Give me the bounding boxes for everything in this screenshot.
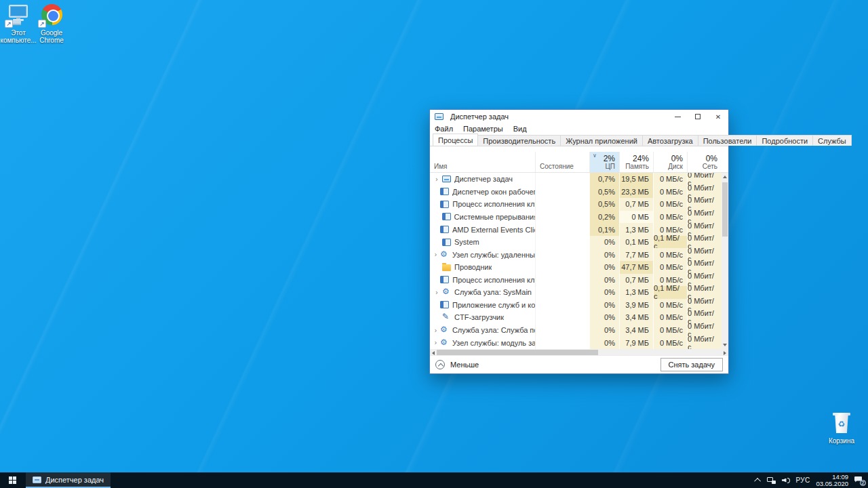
process-disk-cell: 0 МБ/с	[653, 324, 687, 337]
column-header-network[interactable]: 0% Сеть	[687, 152, 722, 172]
process-name-cell: AMD External Events Client Mo...	[430, 223, 535, 236]
process-name: Процесс исполнения клиент-...	[452, 276, 535, 284]
time-text: 14:09	[816, 474, 848, 481]
minimize-button[interactable]	[667, 110, 688, 123]
process-mem-cell: 0,1 МБ	[619, 236, 653, 249]
tab-Службы[interactable]: Службы	[812, 135, 852, 146]
vertical-scrollbar[interactable]	[722, 173, 728, 349]
column-header-memory[interactable]: 24% Память	[619, 152, 653, 172]
process-mem-cell: 3,9 МБ	[619, 299, 653, 312]
scroll-up-icon[interactable]	[723, 176, 727, 178]
network-icon[interactable]	[767, 477, 776, 484]
process-name-cell: Приложение служб и контрол...	[430, 299, 535, 312]
window-icon	[442, 213, 451, 220]
tab-Пользователи[interactable]: Пользователи	[698, 135, 757, 146]
gear-icon	[440, 251, 449, 259]
process-name-cell: Диспетчер окон рабочего стола	[430, 186, 535, 199]
taskbar: Диспетчер задач РУС 14:09 03.05.2020 2	[0, 472, 868, 488]
taskmgr-icon	[442, 176, 451, 182]
process-name-cell: System	[430, 236, 535, 249]
menu-item-Параметры[interactable]: Параметры	[463, 125, 503, 133]
end-task-button[interactable]: Снять задачу	[660, 358, 724, 371]
process-row[interactable]: Системные прерывания0,2%0 МБ0 МБ/с0 Мбит…	[430, 211, 722, 224]
menu-item-Файл[interactable]: Файл	[435, 125, 453, 133]
process-name-cell: ›Узел службы: удаленный вызо...	[430, 248, 535, 261]
date-text: 03.05.2020	[816, 481, 848, 487]
fewer-details-icon[interactable]	[435, 360, 445, 369]
tray-chevron-up-icon[interactable]	[754, 478, 761, 485]
tab-Подробности[interactable]: Подробности	[756, 135, 813, 146]
process-row[interactable]: Диспетчер окон рабочего стола0,5%23,3 МБ…	[430, 186, 722, 199]
process-row[interactable]: ›Диспетчер задач0,7%19,5 МБ0 МБ/с0 Мбит/…	[430, 173, 722, 186]
vertical-scroll-thumb[interactable]	[722, 182, 728, 237]
gear-icon	[440, 326, 449, 334]
process-row[interactable]: Проводник0%47,7 МБ0 МБ/с0 Мбит/с	[430, 261, 722, 274]
process-row[interactable]: CTF-загрузчик0%3,4 МБ0 МБ/с0 Мбит/с	[430, 311, 722, 324]
desktop-icon-recycle-bin[interactable]: ♻ Корзина	[820, 412, 863, 445]
maximize-button[interactable]	[688, 110, 708, 123]
process-disk-cell: 0 МБ/с	[653, 211, 687, 224]
tab-Журнал приложений[interactable]: Журнал приложений	[560, 135, 643, 146]
column-header-spacer	[722, 152, 728, 172]
process-name: Диспетчер задач	[454, 175, 513, 183]
tab-Автозагрузка[interactable]: Автозагрузка	[642, 135, 698, 146]
desktop-icon-chrome[interactable]: ↗ Google Chrome	[30, 4, 73, 44]
expand-chevron-icon[interactable]: ›	[433, 176, 441, 183]
process-cpu-cell: 0%	[589, 299, 619, 312]
start-button[interactable]	[0, 472, 26, 488]
window-icon	[440, 201, 449, 208]
process-row[interactable]: ›Служба узла: SysMain0%1,3 МБ0,1 МБ/с0 М…	[430, 286, 722, 299]
process-name: Системные прерывания	[454, 213, 535, 221]
title-bar[interactable]: Диспетчер задач ✕	[430, 110, 728, 123]
process-status-cell	[535, 336, 589, 349]
window-icon	[440, 276, 449, 283]
menu-item-Вид[interactable]: Вид	[513, 125, 527, 133]
column-header-name[interactable]: Имя	[430, 152, 535, 172]
process-row[interactable]: ›Узел службы: модуль запуска ...0%7,9 МБ…	[430, 336, 722, 349]
process-name: CTF-загрузчик	[454, 313, 504, 321]
scroll-down-icon[interactable]	[723, 344, 727, 346]
clock[interactable]: 14:09 03.05.2020	[816, 474, 848, 487]
shortcut-arrow-icon: ↗	[5, 20, 13, 28]
process-row[interactable]: ›Узел службы: удаленный вызо...0%7,7 МБ0…	[430, 248, 722, 261]
window-icon	[440, 301, 449, 308]
expand-chevron-icon[interactable]: ›	[433, 327, 439, 334]
process-name: Приложение служб и контрол...	[452, 301, 535, 309]
process-name: Служба узла: SysMain	[454, 288, 532, 296]
column-header-disk[interactable]: 0% Диск	[653, 152, 687, 172]
process-row[interactable]: Процесс исполнения клиент-...0,5%0,7 МБ0…	[430, 198, 722, 211]
process-status-cell	[535, 198, 589, 211]
process-cpu-cell: 0%	[589, 311, 619, 324]
process-name-cell: Системные прерывания	[430, 211, 535, 224]
process-cpu-cell: 0%	[589, 274, 619, 287]
process-row[interactable]: System0%0,1 МБ0,1 МБ/с0 Мбит/с	[430, 236, 722, 249]
expand-chevron-icon[interactable]: ›	[433, 251, 439, 258]
column-header-cpu[interactable]: ∨ 2% ЦП	[589, 152, 619, 172]
taskbar-button-task-manager[interactable]: Диспетчер задач	[26, 472, 111, 488]
process-name: Процесс исполнения клиент-...	[452, 200, 535, 208]
process-status-cell	[535, 261, 589, 274]
close-button[interactable]: ✕	[708, 110, 728, 123]
process-mem-cell: 1,3 МБ	[619, 223, 653, 236]
desktop-icon-label: Корзина	[820, 437, 863, 445]
process-disk-cell: 0 МБ/с	[653, 311, 687, 324]
process-cpu-cell: 0%	[589, 248, 619, 261]
process-row[interactable]: Приложение служб и контрол...0%3,9 МБ0 М…	[430, 299, 722, 312]
expand-chevron-icon[interactable]: ›	[433, 339, 439, 346]
process-mem-cell: 19,5 МБ	[619, 173, 653, 186]
tab-Процессы[interactable]: Процессы	[433, 134, 478, 146]
process-row[interactable]: ›Служба узла: Служба пользов...0%3,4 МБ0…	[430, 324, 722, 337]
process-net-cell: 0 Мбит/с	[687, 336, 722, 349]
process-disk-cell: 0 МБ/с	[653, 248, 687, 261]
process-disk-cell: 0 МБ/с	[653, 186, 687, 199]
column-header-status[interactable]: Состояние	[535, 152, 589, 172]
notification-center-icon[interactable]: 2	[854, 476, 864, 485]
tab-Производительность[interactable]: Производительность	[477, 135, 561, 146]
fewer-details-label[interactable]: Меньше	[450, 361, 660, 369]
volume-icon[interactable]	[782, 477, 790, 484]
expand-chevron-icon[interactable]: ›	[433, 289, 441, 296]
process-status-cell	[535, 274, 589, 287]
language-indicator[interactable]: РУС	[796, 476, 810, 484]
recycle-bin-icon: ♻	[829, 412, 854, 435]
process-name-cell: Процесс исполнения клиент-...	[430, 198, 535, 211]
